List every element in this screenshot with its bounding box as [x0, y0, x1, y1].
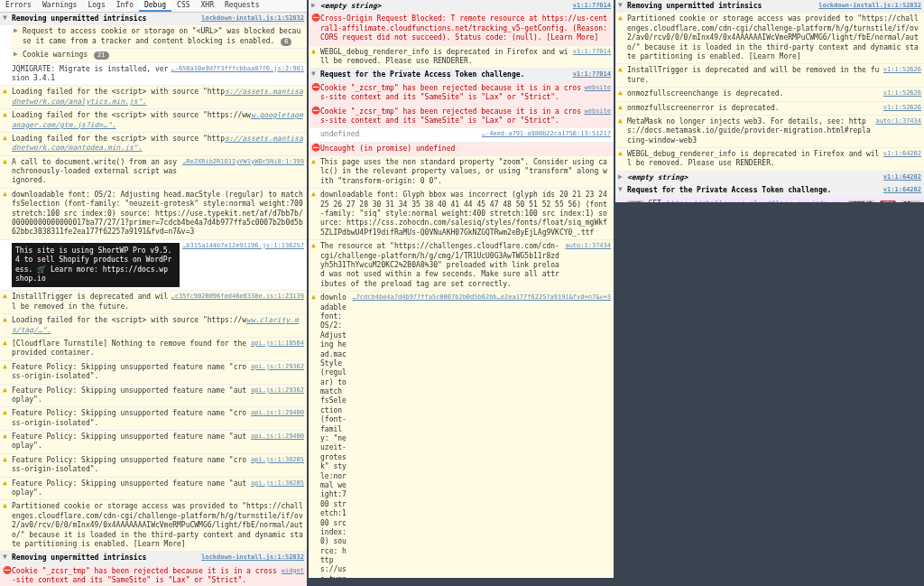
console-row[interactable]: Loading failed for the <script> with sou… [0, 86, 307, 109]
console-row[interactable]: JQMIGRATE: Migrate is installed, version… [0, 63, 307, 87]
console-row[interactable]: Loading failed for the <script> with sou… [0, 109, 307, 133]
source-link[interactable]: auto:1:37434 [875, 117, 921, 145]
chevron-down-icon [311, 70, 320, 79]
source-link[interactable]: auto:1:37434 [565, 242, 611, 289]
count-badge: 6 [281, 38, 291, 46]
tab-errors[interactable]: Errors [0, 0, 37, 12]
source-link[interactable]: api.js:1:38205 [251, 456, 304, 475]
net-row[interactable]: XHR GET https://challenges.cloudflare.co… [615, 198, 924, 202]
source-link[interactable]: …c35fc9020096fed46e8338e.js:1:23139 [171, 293, 304, 312]
source-link[interactable]: v1:1:64202 [883, 150, 921, 169]
source-link[interactable]: api.js:1:38205 [251, 479, 304, 498]
group-label: Request for the Private Access Token cha… [320, 70, 524, 79]
group-removing[interactable]: Removing unpermitted intrinsicslockdown-… [0, 13, 307, 25]
console-row[interactable]: Uncaught (in promise) undefined [309, 143, 614, 156]
tab-info[interactable]: Info [111, 0, 139, 12]
console-row[interactable]: Feature Policy: Skipping unsupported fea… [0, 407, 307, 431]
source-link[interactable]: …b315a144b7e12e91196.js:1:136257 [182, 242, 304, 289]
source-link[interactable]: v1:1:64202 [883, 186, 921, 195]
warn-icon [3, 433, 12, 451]
console-row[interactable]: Cookie "_zcsr_tmp" has been rejected bec… [0, 565, 307, 586]
console-row[interactable]: Cookie warnings 21 [11, 49, 307, 62]
tab-debug[interactable]: Debug [139, 0, 171, 12]
source-link[interactable]: v1:1:52626 [883, 66, 921, 85]
source-link[interactable]: lockdown-install.js:1:52832 [201, 553, 304, 563]
warn-icon [3, 158, 12, 186]
console-row[interactable]: InstallTrigger is deprecated and will be… [0, 291, 307, 314]
tab-xhr[interactable]: XHR [196, 0, 219, 12]
console-row[interactable]: downloadable font: Glyph bbox was incorr… [309, 189, 614, 240]
console-row[interactable]: [Cloudflare Turnstile] Nothing to remove… [0, 338, 307, 361]
console-row[interactable]: A call to document.write() from an async… [0, 156, 307, 189]
source-link[interactable]: v1:1:77014 [573, 48, 611, 67]
source-link[interactable]: …-4eed-a791-a980b22ca1756:13:51217 [482, 130, 611, 139]
console-row[interactable]: onmozfullscreenerror is deprecated.v1:1:… [615, 102, 924, 116]
console-row[interactable]: Feature Policy: Skipping unsupported fea… [0, 385, 307, 408]
error-icon [3, 567, 12, 586]
warn-icon [3, 316, 12, 335]
console-row[interactable]: Feature Policy: Skipping unsupported fea… [0, 478, 307, 501]
console-row[interactable]: Feature Policy: Skipping unsupported fea… [0, 454, 307, 478]
console-row[interactable]: Loading failed for the <script> with sou… [0, 314, 307, 338]
group-removing-2[interactable]: Removing unpermitted intrinsicslockdown-… [0, 552, 307, 564]
console-row[interactable]: Cookie "_zcsr_tmp" has been rejected bec… [309, 82, 614, 106]
source-link[interactable]: …-658a10e9d7f3fffcbbaa07f6.js:2:981 [171, 65, 304, 84]
console-row[interactable]: This page uses the non standard property… [309, 156, 614, 189]
msg-text: InstallTrigger is deprecated and will be… [627, 66, 881, 85]
source-link[interactable]: website [584, 84, 611, 103]
console-row[interactable]: Cross-Origin Request Blocked: T remote r… [309, 13, 614, 45]
source-link[interactable]: v1:1:52626 [883, 104, 921, 113]
source-link[interactable]: website [584, 107, 611, 126]
source-link[interactable]: widget [282, 567, 304, 586]
console-row[interactable]: MetaMask no longer injects web3. For det… [615, 116, 924, 148]
console-row[interactable]: The resource at "https://challenges.clou… [309, 240, 614, 292]
proto-badge: HTTP/3 [847, 200, 875, 202]
source-link[interactable]: api.js:1:29362 [251, 386, 304, 405]
tab-css[interactable]: CSS [171, 0, 195, 12]
console-row[interactable]: downloadable font: OS/2: Adjusting head.… [0, 189, 307, 240]
filter-tabs: Errors Warnings Logs Info Debug CSS XHR … [0, 0, 307, 13]
source-link[interactable]: v1:1:52626 [883, 89, 921, 98]
group-empty-2[interactable]: <empty string>v1:1:64202 [615, 172, 924, 184]
console-row[interactable]: downloadable font: OS/2: Adjusting head.… [309, 292, 614, 578]
source-link[interactable]: v1:1:77014 [573, 2, 611, 11]
source-link[interactable]: lockdown-install.js:1:52832 [818, 2, 921, 11]
group-pat-2[interactable]: Request for the Private Access Token cha… [615, 184, 924, 197]
console-row[interactable]: InstallTrigger is deprecated and will be… [615, 64, 924, 88]
source-link[interactable]: v1:1:77014 [573, 70, 611, 79]
msg-text: This page uses the non standard property… [320, 158, 611, 186]
tab-warnings[interactable]: Warnings [37, 0, 83, 12]
source-link[interactable]: api.js:1:18504 [251, 340, 304, 358]
console-row[interactable]: WEBGL_debug_renderer_info is deprecated … [615, 148, 924, 172]
console-row[interactable]: Loading failed for the <script> with sou… [0, 133, 307, 156]
console-row[interactable]: undefined…-4eed-a791-a980b22ca1756:13:51… [309, 128, 614, 142]
console-row[interactable]: Request to access cookie or storage on "… [11, 25, 307, 49]
tooltip: This site is using ShortWP Pro v9.5.4 to… [12, 243, 180, 288]
console-row[interactable]: Feature Policy: Skipping unsupported fea… [0, 361, 307, 385]
source-link[interactable]: …Re2XRib2R1O1IyVW1yWDc5Ni8:1:399 [182, 158, 304, 186]
console-row[interactable]: WEBGL_debug_renderer_info is deprecated … [309, 46, 614, 70]
tab-requests[interactable]: Requests [219, 0, 265, 12]
group-removing-4[interactable]: Removing unpermitted intrinsicslockdown-… [615, 0, 924, 13]
source-link[interactable]: lockdown-install.js:1:52832 [201, 14, 304, 23]
source-link[interactable]: …7cdcb4be4a7d4b977ffa5c0007b2b0d5b62bb…e… [352, 293, 611, 578]
group-label: Request for the Private Access Token cha… [627, 186, 831, 195]
source-link[interactable]: api.js:1:29400 [251, 433, 304, 451]
console-row[interactable]: Partitioned cookie or storage access was… [0, 500, 307, 552]
console-row[interactable]: onmozfullscreenchange is deprecated.v1:1… [615, 88, 924, 101]
chevron-down-icon [618, 186, 627, 195]
console-row[interactable]: Partitioned cookie or storage access was… [615, 13, 924, 64]
group-empty[interactable]: <empty string>v1:1:77014 [309, 0, 614, 13]
tab-logs[interactable]: Logs [82, 0, 110, 12]
source-link[interactable]: v1:1:64202 [883, 173, 921, 182]
msg-text: Feature Policy: Skipping unsupported fea… [12, 479, 248, 498]
console-row[interactable]: Cookie "_zcsr_tmp" has been rejected bec… [309, 106, 614, 129]
msg-text: MetaMask no longer injects web3. For det… [627, 117, 873, 145]
msg-text: Loading failed for the <script> with sou… [12, 88, 304, 107]
source-link[interactable]: api.js:1:29362 [251, 363, 304, 382]
console-row[interactable]: Feature Policy: Skipping unsupported fea… [0, 431, 307, 454]
group-pat[interactable]: Request for the Private Access Token cha… [309, 69, 614, 81]
msg-text: JQMIGRATE: Migrate is installed, version… [12, 65, 168, 84]
console-row[interactable]: This site is using ShortWP Pro v9.5.4 to… [0, 240, 307, 292]
source-link[interactable]: api.js:1:29400 [251, 409, 304, 428]
